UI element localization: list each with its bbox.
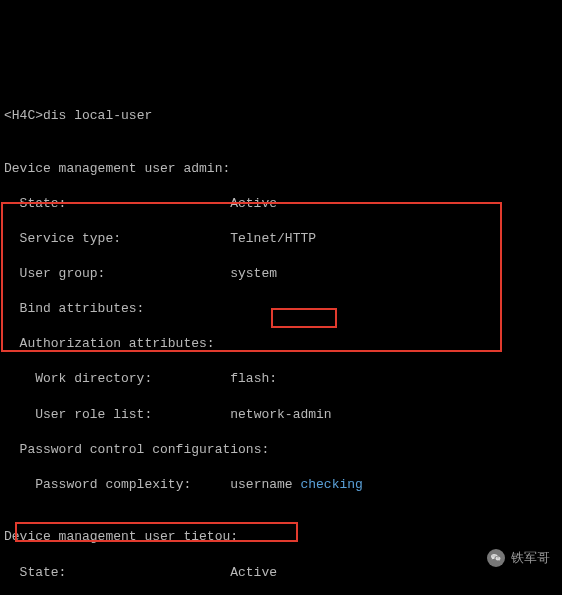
field-row: User group:system [4,265,558,283]
prompt: <H4C> [4,108,43,123]
watermark-text: 铁军哥 [511,549,550,567]
field-key: Service type: [20,230,231,248]
field-row: Password complexity:username checking [4,476,558,494]
wechat-icon [487,549,505,567]
field-val: system [230,266,277,281]
field-key: State: [20,564,231,582]
field-row: Work directory:flash: [4,370,558,388]
field-key: Password control configurations: [4,441,558,459]
field-key: Password complexity: [35,476,230,494]
field-val: Telnet/HTTP [230,231,316,246]
field-row: State:Active [4,564,558,582]
prompt-line: <H4C>dis local-user [4,107,558,125]
field-key: User group: [20,265,231,283]
terminal-output: <H4C>dis local-user Device management us… [0,70,562,595]
field-key: Work directory: [35,370,230,388]
field-val: flash: [230,371,277,386]
field-val: Active [230,196,277,211]
command-entered: dis local-user [43,108,152,123]
field-key: User role list: [35,406,230,424]
field-key: State: [20,195,231,213]
field-row: User role list:network-admin [4,406,558,424]
field-val: Active [230,565,277,580]
keyword: checking [300,477,362,492]
field-row: Service type:Telnet/HTTP [4,230,558,248]
field-key: Bind attributes: [4,300,558,318]
field-key: Authorization attributes: [4,335,558,353]
field-val: network-admin [230,407,331,422]
watermark: 铁军哥 [487,549,550,567]
field-val: username [230,477,300,492]
field-row: State:Active [4,195,558,213]
user-header: Device management user admin: [4,160,558,178]
user-header: Device management user tietou: [4,528,558,546]
